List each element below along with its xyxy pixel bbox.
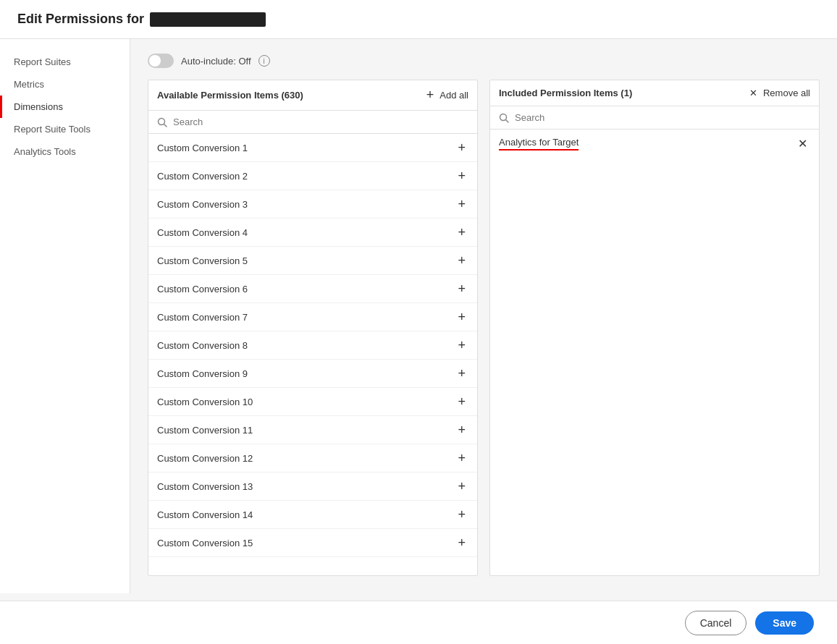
item-label: Custom Conversion 2 — [157, 171, 248, 182]
item-label: Custom Conversion 11 — [157, 425, 253, 436]
list-item: Custom Conversion 13 + — [148, 473, 477, 501]
auto-include-label: Auto-include: Off — [181, 56, 251, 67]
available-items-list: Custom Conversion 1 + Custom Conversion … — [148, 134, 477, 575]
item-label: Custom Conversion 14 — [157, 509, 253, 520]
item-label: Custom Conversion 7 — [157, 312, 248, 323]
add-all-icon: + — [426, 88, 434, 103]
save-button[interactable]: Save — [755, 611, 814, 635]
add-item-button[interactable]: + — [455, 423, 468, 436]
list-item: Custom Conversion 12 + — [148, 444, 477, 473]
page-header: Edit Permissions for — [0, 0, 837, 39]
list-item: Custom Conversion 15 + — [148, 529, 477, 557]
add-item-button[interactable]: + — [455, 536, 468, 549]
info-icon[interactable]: i — [258, 55, 270, 67]
list-item: Custom Conversion 6 + — [148, 275, 477, 303]
list-item: Custom Conversion 8 + — [148, 331, 477, 360]
content-area: Auto-include: Off i Available Permission… — [130, 39, 837, 593]
panels-row: Available Permission Items (630) + Add a… — [148, 80, 820, 576]
list-item: Custom Conversion 14 + — [148, 501, 477, 529]
add-item-button[interactable]: + — [455, 395, 468, 408]
add-item-button[interactable]: + — [455, 508, 468, 521]
available-panel-title: Available Permission Items (630) — [157, 90, 303, 101]
cancel-button[interactable]: Cancel — [685, 611, 747, 635]
available-panel-header: Available Permission Items (630) + Add a… — [148, 80, 477, 111]
item-label: Custom Conversion 13 — [157, 481, 253, 492]
available-search-input[interactable] — [173, 116, 468, 127]
remove-item-button[interactable]: ✕ — [795, 138, 810, 150]
list-item: Custom Conversion 2 + — [148, 162, 477, 190]
item-label: Custom Conversion 12 — [157, 453, 253, 464]
auto-include-row: Auto-include: Off i — [148, 54, 820, 68]
item-label: Custom Conversion 5 — [157, 255, 248, 266]
item-label: Custom Conversion 8 — [157, 340, 248, 351]
sidebar-item-dimensions[interactable]: Dimensions — [0, 96, 130, 118]
list-item: Custom Conversion 7 + — [148, 303, 477, 331]
included-panel-header: Included Permission Items (1) ✕ Remove a… — [490, 80, 819, 106]
list-item: Custom Conversion 11 + — [148, 416, 477, 444]
add-all-button[interactable]: + Add all — [426, 88, 468, 103]
item-label: Custom Conversion 15 — [157, 538, 253, 548]
item-label: Custom Conversion 3 — [157, 199, 248, 210]
item-label: Custom Conversion 10 — [157, 397, 253, 407]
included-panel-title: Included Permission Items (1) — [499, 88, 632, 98]
included-list-item: Analytics for Target ✕ — [490, 130, 819, 158]
add-item-button[interactable]: + — [455, 141, 468, 154]
available-search-bar — [148, 111, 477, 134]
item-label: Custom Conversion 1 — [157, 143, 248, 153]
search-icon — [499, 113, 509, 123]
add-item-button[interactable]: + — [455, 480, 468, 493]
included-panel: Included Permission Items (1) ✕ Remove a… — [489, 80, 820, 576]
page-title: Edit Permissions for — [17, 12, 144, 27]
remove-all-button[interactable]: ✕ Remove all — [749, 88, 810, 98]
sidebar-item-report-suites[interactable]: Report Suites — [0, 51, 130, 73]
included-items-list: Analytics for Target ✕ — [490, 130, 819, 575]
included-item-label: Analytics for Target — [499, 137, 579, 151]
add-item-button[interactable]: + — [455, 282, 468, 295]
add-item-button[interactable]: + — [455, 367, 468, 380]
close-icon: ✕ — [749, 88, 757, 98]
svg-line-3 — [506, 119, 509, 122]
available-panel: Available Permission Items (630) + Add a… — [148, 80, 478, 576]
add-item-button[interactable]: + — [455, 452, 468, 465]
add-item-button[interactable]: + — [455, 169, 468, 182]
item-label: Custom Conversion 4 — [157, 227, 248, 238]
list-item: Custom Conversion 4 + — [148, 219, 477, 247]
add-item-button[interactable]: + — [455, 339, 468, 352]
list-item: Custom Conversion 5 + — [148, 247, 477, 275]
main-content: Report Suites Metrics Dimensions Report … — [0, 39, 837, 593]
add-item-button[interactable]: + — [455, 310, 468, 323]
included-search-bar — [490, 106, 819, 130]
included-search-input[interactable] — [515, 112, 810, 123]
item-label: Custom Conversion 6 — [157, 284, 248, 295]
svg-line-1 — [164, 124, 167, 127]
list-item: Custom Conversion 3 + — [148, 190, 477, 219]
add-item-button[interactable]: + — [455, 198, 468, 211]
add-item-button[interactable]: + — [455, 226, 468, 239]
footer: Cancel Save — [0, 601, 837, 644]
list-item: Custom Conversion 9 + — [148, 360, 477, 388]
auto-include-toggle[interactable] — [148, 54, 174, 68]
list-item: Custom Conversion 10 + — [148, 388, 477, 416]
sidebar-item-analytics-tools[interactable]: Analytics Tools — [0, 140, 130, 163]
item-label: Custom Conversion 9 — [157, 368, 248, 379]
list-item: Custom Conversion 1 + — [148, 134, 477, 162]
search-icon — [157, 117, 167, 127]
sidebar-item-metrics[interactable]: Metrics — [0, 73, 130, 96]
add-item-button[interactable]: + — [455, 254, 468, 267]
sidebar-item-report-suite-tools[interactable]: Report Suite Tools — [0, 118, 130, 140]
redacted-name — [150, 12, 266, 27]
sidebar: Report Suites Metrics Dimensions Report … — [0, 39, 130, 593]
